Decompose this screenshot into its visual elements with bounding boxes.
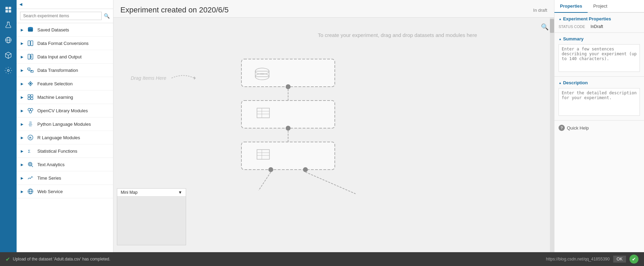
- status-code-row: STATUS CODE InDraft: [559, 24, 640, 29]
- svg-line-9: [6, 54, 8, 55]
- in-draft-badge: In draft: [533, 8, 547, 13]
- statistical-functions-label: Statistical Functions: [37, 149, 77, 154]
- svg-text:Σ: Σ: [28, 149, 30, 153]
- sidebar-collapse-btn[interactable]: ◀: [17, 0, 113, 9]
- home-icon-btn[interactable]: [1, 3, 15, 17]
- svg-point-48: [255, 68, 269, 74]
- sidebar-item-statistical-functions[interactable]: ▶ Σ Statistical Functions: [17, 144, 113, 158]
- svg-point-65: [268, 167, 273, 172]
- mini-map-header: Mini Map ▼: [117, 189, 186, 197]
- r-language-modules-label: R Language Modules: [37, 135, 80, 140]
- svg-point-50: [255, 74, 269, 80]
- svg-text:R: R: [29, 136, 31, 140]
- svg-point-66: [303, 167, 308, 172]
- sidebar-item-web-service[interactable]: ▶ Web Service: [17, 185, 113, 198]
- svg-point-40: [28, 162, 32, 166]
- svg-line-68: [305, 172, 356, 194]
- data-input-output-icon: [27, 53, 34, 60]
- package-icon-btn[interactable]: [1, 48, 15, 62]
- canvas-search-icon[interactable]: 🔍: [541, 23, 549, 31]
- description-input[interactable]: [559, 88, 640, 116]
- data-transformation-label: Data Transformation: [37, 68, 78, 73]
- search-input[interactable]: [20, 12, 102, 20]
- data-format-conversions-label: Data Format Conversions: [37, 41, 89, 46]
- ok-button[interactable]: OK: [613, 256, 626, 263]
- mini-map: Mini Map ▼: [117, 188, 186, 245]
- drag-items-here: Drag Items Here: [131, 71, 197, 85]
- arrow-icon: ▶: [21, 95, 24, 99]
- sidebar-item-data-input-output[interactable]: ▶ Data Input and Output: [17, 50, 113, 64]
- status-code-value: InDraft: [591, 24, 603, 29]
- canvas-scrollbar-thumb[interactable]: [550, 19, 554, 33]
- right-panel-tabs: Properties Project: [554, 0, 644, 13]
- sidebar-item-opencv-library-modules[interactable]: ▶ OpenCV Library Modules: [17, 104, 113, 117]
- svg-rect-0: [6, 7, 8, 9]
- sidebar: ◀ 🔍 ▶ Saved Datasets ▶ Data Forma: [17, 0, 113, 252]
- right-panel: Properties Project Experiment Properties…: [554, 0, 644, 252]
- gear-icon-btn[interactable]: [1, 64, 15, 77]
- opencv-library-modules-label: OpenCV Library Modules: [37, 108, 88, 113]
- main-area: Experiment created on 2020/6/5 In draft …: [113, 0, 554, 252]
- experiment-properties-title: Experiment Properties: [559, 16, 640, 21]
- statistical-functions-icon: Σ: [27, 148, 34, 154]
- arrow-icon: ▶: [21, 122, 24, 126]
- svg-rect-20: [28, 68, 30, 70]
- svg-rect-31: [31, 97, 33, 99]
- description-section: Description: [554, 77, 644, 121]
- svg-point-23: [30, 83, 31, 84]
- sidebar-item-time-series[interactable]: ▶ Time Series: [17, 171, 113, 185]
- svg-point-34: [29, 111, 31, 113]
- svg-point-58: [286, 126, 291, 131]
- time-series-label: Time Series: [37, 175, 61, 181]
- data-input-output-label: Data Input and Output: [37, 54, 82, 59]
- sidebar-item-saved-datasets[interactable]: ▶ Saved Datasets: [17, 23, 113, 37]
- svg-rect-53: [241, 101, 335, 128]
- tab-project[interactable]: Project: [588, 0, 613, 13]
- svg-rect-49: [255, 71, 269, 77]
- sidebar-item-machine-learning[interactable]: ▶ Machine Learning: [17, 91, 113, 104]
- ok-check-icon: ✔: [629, 255, 638, 264]
- svg-rect-14: [28, 28, 33, 29]
- svg-point-11: [7, 69, 9, 72]
- text-analytics-label: Text Analytics: [37, 162, 65, 167]
- status-code-label: STATUS CODE: [559, 25, 585, 29]
- globe-icon-btn[interactable]: [1, 33, 15, 47]
- canvas-hint: To create your experiment, drag and drop…: [318, 31, 477, 39]
- svg-line-42: [31, 165, 33, 167]
- canvas-scrollbar[interactable]: [550, 18, 554, 252]
- summary-section: Summary: [554, 33, 644, 77]
- summary-title: Summary: [559, 36, 640, 41]
- status-bar-left: ✔ Upload of the dataset 'Adult.data.csv'…: [6, 256, 110, 263]
- experiment-properties-section: Experiment Properties STATUS CODE InDraf…: [554, 13, 644, 33]
- r-language-icon: R: [27, 134, 34, 141]
- sidebar-item-text-analytics[interactable]: ▶ Text Analytics: [17, 158, 113, 171]
- arrow-icon: ▶: [21, 176, 24, 180]
- web-service-label: Web Service: [37, 189, 63, 194]
- svg-rect-54: [257, 108, 269, 118]
- svg-line-10: [8, 54, 11, 55]
- svg-point-51: [286, 84, 291, 89]
- status-link[interactable]: https://blog.csdn.net/qq_41855390: [546, 257, 610, 262]
- summary-input[interactable]: [559, 44, 640, 72]
- tab-properties[interactable]: Properties: [554, 0, 588, 13]
- drag-arrow-icon: [170, 71, 197, 85]
- sidebar-item-feature-selection[interactable]: ▶ Feature Selection: [17, 77, 113, 91]
- canvas[interactable]: To create your experiment, drag and drop…: [113, 18, 554, 252]
- quick-help[interactable]: ? Quick Help: [554, 121, 644, 135]
- svg-rect-3: [9, 10, 11, 12]
- arrow-icon: ▶: [21, 82, 24, 86]
- sidebar-item-python-language-modules[interactable]: ▶ Python Language Modules: [17, 117, 113, 131]
- sidebar-item-r-language-modules[interactable]: ▶ R R Language Modules: [17, 131, 113, 144]
- svg-rect-18: [28, 54, 30, 59]
- description-title: Description: [559, 80, 640, 85]
- experiment-title: Experiment created on 2020/6/5: [120, 6, 229, 15]
- data-transformation-icon: [27, 67, 34, 74]
- svg-rect-28: [28, 95, 30, 97]
- sidebar-item-data-format-conversions[interactable]: ▶ Data Format Conversions: [17, 37, 113, 50]
- svg-rect-30: [28, 97, 30, 99]
- status-bar-right: https://blog.csdn.net/qq_41855390 OK ✔: [546, 255, 639, 264]
- svg-point-35: [29, 122, 30, 123]
- flask-icon-btn[interactable]: [1, 18, 15, 32]
- mini-map-dropdown-icon[interactable]: ▼: [178, 190, 182, 195]
- sidebar-item-data-transformation[interactable]: ▶ Data Transformation: [17, 64, 113, 77]
